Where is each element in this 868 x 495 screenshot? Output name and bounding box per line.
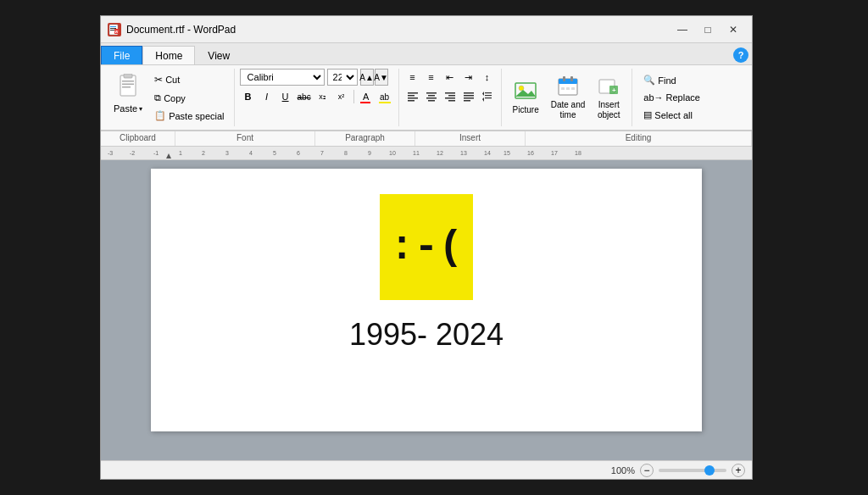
align-right-button[interactable]	[442, 88, 459, 105]
editing-group: 🔍 Find ab→ Replace ▤ Select all	[632, 69, 711, 126]
tab-bar: File Home View ?	[101, 43, 752, 65]
svg-rect-36	[559, 79, 577, 84]
bold-button[interactable]: B	[240, 88, 257, 105]
zoom-thumb[interactable]	[704, 465, 715, 476]
font-size-arrows: A▲ A▼	[360, 69, 388, 86]
svg-rect-24	[464, 95, 474, 97]
svg-text:9: 9	[368, 150, 371, 156]
svg-text:13: 13	[460, 150, 467, 156]
font-selector-row: Calibri 22 A▲ A▼	[240, 69, 393, 86]
font-size-decrease[interactable]: A▼	[375, 69, 388, 86]
svg-text:17: 17	[551, 150, 558, 156]
font-group-label: Font	[175, 131, 315, 146]
maximize-button[interactable]: □	[696, 21, 720, 38]
svg-rect-27	[485, 92, 492, 93]
paragraph-spacing-button[interactable]	[479, 88, 496, 105]
svg-rect-19	[445, 92, 455, 94]
document-scroll-area[interactable]: :-( 1995- 2024	[101, 160, 752, 460]
datetime-insert-button[interactable]: Date and time	[545, 70, 592, 125]
tab-home[interactable]: Home	[142, 46, 195, 64]
font-format-row: B I U abc x₂ x² A ab	[240, 88, 393, 105]
svg-text:11: 11	[413, 150, 420, 156]
tab-file[interactable]: File	[101, 46, 142, 64]
svg-text:+: +	[612, 86, 616, 94]
svg-rect-39	[561, 87, 565, 90]
align-left-button[interactable]	[404, 88, 421, 105]
sad-face-text: :-(	[390, 227, 463, 268]
svg-rect-1	[110, 26, 116, 27]
svg-rect-13	[408, 97, 418, 99]
font-controls: Calibri 22 A▲ A▼ B I U	[240, 69, 393, 105]
zoom-out-button[interactable]: −	[640, 464, 654, 477]
picture-label: Picture	[513, 105, 539, 115]
text-color-button[interactable]: A	[358, 88, 375, 105]
document-page: :-( 1995- 2024	[151, 169, 702, 431]
picture-insert-button[interactable]: Picture	[507, 75, 545, 120]
subscript-button[interactable]: x₂	[314, 88, 331, 105]
minimize-button[interactable]: —	[670, 21, 694, 38]
wordpad-window: W Document.rtf - WordPad — □ ✕ File Home…	[100, 15, 753, 480]
find-button[interactable]: 🔍 Find	[637, 72, 706, 88]
tab-view[interactable]: View	[195, 46, 242, 64]
zoom-in-button[interactable]: +	[732, 464, 745, 477]
ribbon-content: Paste ▾ ✂ Cut ⧉ Copy 📋 Paste sp	[101, 65, 752, 131]
font-family-select[interactable]: Calibri	[240, 69, 325, 86]
svg-rect-8	[122, 81, 134, 82]
svg-rect-21	[445, 97, 455, 99]
svg-rect-22	[448, 100, 455, 102]
svg-marker-34	[515, 90, 536, 97]
paste-dropdown-icon: ▾	[139, 105, 142, 113]
sad-face-image: :-(	[380, 194, 473, 300]
line-spacing-button[interactable]: ↕	[479, 69, 496, 86]
editing-controls: 🔍 Find ab→ Replace ▤ Select all	[637, 69, 706, 123]
replace-icon: ab→	[643, 92, 663, 103]
cut-button[interactable]: ✂ Cut	[150, 71, 228, 88]
window-title: Document.rtf - WordPad	[126, 24, 670, 36]
svg-text:15: 15	[504, 150, 510, 156]
numbering-button[interactable]: ≡	[423, 69, 440, 86]
underline-button[interactable]: U	[277, 88, 294, 105]
select-all-button[interactable]: ▤ Select all	[637, 107, 706, 123]
svg-rect-40	[566, 87, 570, 90]
replace-button[interactable]: ab→ Replace	[637, 90, 706, 105]
svg-rect-25	[464, 97, 474, 99]
strikethrough-button[interactable]: abc	[296, 88, 313, 105]
paragraph-group-label: Paragraph	[315, 131, 415, 146]
close-button[interactable]: ✕	[721, 21, 745, 38]
superscript-button[interactable]: x²	[333, 88, 350, 105]
insert-group: Picture Date and ti	[502, 69, 633, 126]
copy-button[interactable]: ⧉ Copy	[150, 90, 228, 106]
decrease-indent-button[interactable]: ⇤	[442, 69, 459, 86]
select-all-icon: ▤	[643, 109, 652, 120]
font-size-select[interactable]: 22	[327, 69, 358, 86]
paste-special-button[interactable]: 📋 Paste special	[150, 108, 228, 124]
font-size-increase[interactable]: A▲	[360, 69, 374, 86]
ribbon: File Home View ?	[101, 43, 752, 147]
italic-button[interactable]: I	[259, 88, 275, 105]
highlight-button[interactable]: ab	[376, 88, 393, 105]
svg-rect-18	[428, 100, 435, 102]
svg-rect-41	[571, 87, 575, 90]
svg-rect-14	[408, 100, 415, 102]
svg-rect-29	[485, 97, 492, 98]
picture-icon	[514, 80, 537, 103]
svg-rect-10	[122, 86, 131, 88]
paste-button[interactable]: Paste ▾	[106, 69, 150, 126]
help-button[interactable]: ?	[733, 47, 748, 63]
zoom-percentage: 100%	[611, 465, 635, 476]
svg-text:8: 8	[344, 150, 348, 156]
svg-rect-37	[563, 76, 565, 81]
align-justify-button[interactable]	[460, 88, 477, 105]
increase-indent-button[interactable]: ⇥	[460, 69, 477, 86]
paste-label: Paste	[114, 103, 137, 114]
window-controls: — □ ✕	[670, 21, 745, 38]
object-insert-button[interactable]: + Insert object	[591, 70, 626, 125]
paragraph-row1: ≡ ≡ ⇤ ⇥ ↕	[404, 69, 496, 86]
zoom-slider[interactable]	[659, 469, 726, 472]
copy-icon: ⧉	[154, 92, 161, 103]
align-center-button[interactable]	[423, 88, 440, 105]
bullets-button[interactable]: ≡	[404, 69, 421, 86]
editing-group-label: Editing	[526, 131, 752, 146]
svg-rect-11	[408, 92, 418, 94]
ruler-marks: -3 -2 -1 1 2 3 4 5 6 7 8 9 10 11 12 13 1…	[104, 147, 748, 159]
